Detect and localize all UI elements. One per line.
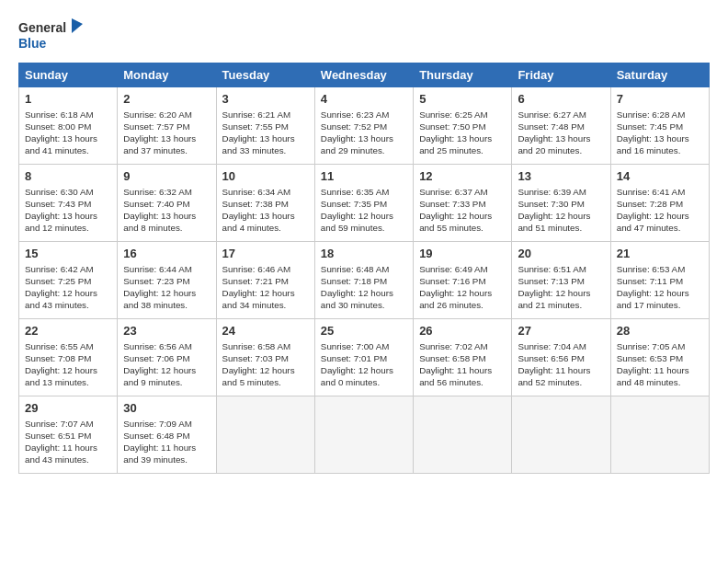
svg-marker-2 <box>72 18 83 33</box>
day-cell: 4Sunrise: 6:23 AM Sunset: 7:52 PM Daylig… <box>314 87 413 165</box>
day-info: Sunrise: 6:20 AM Sunset: 7:57 PM Dayligh… <box>123 109 210 157</box>
day-cell: 8Sunrise: 6:30 AM Sunset: 7:43 PM Daylig… <box>19 165 118 242</box>
day-info: Sunrise: 6:28 AM Sunset: 7:45 PM Dayligh… <box>617 109 703 157</box>
day-cell: 20Sunrise: 6:51 AM Sunset: 7:13 PM Dayli… <box>512 242 610 319</box>
day-cell: 17Sunrise: 6:46 AM Sunset: 7:21 PM Dayli… <box>216 242 314 319</box>
day-number: 3 <box>222 91 309 108</box>
day-info: Sunrise: 7:02 AM Sunset: 6:58 PM Dayligh… <box>419 340 506 389</box>
logo-svg: GeneralBlue <box>18 17 85 53</box>
day-info: Sunrise: 6:34 AM Sunset: 7:38 PM Dayligh… <box>222 186 309 235</box>
col-header-monday: Monday <box>118 63 216 87</box>
day-info: Sunrise: 6:48 AM Sunset: 7:18 PM Dayligh… <box>321 263 407 312</box>
day-info: Sunrise: 6:58 AM Sunset: 7:03 PM Dayligh… <box>222 340 309 389</box>
day-info: Sunrise: 6:49 AM Sunset: 7:16 PM Dayligh… <box>419 263 506 312</box>
day-cell: 19Sunrise: 6:49 AM Sunset: 7:16 PM Dayli… <box>414 242 512 319</box>
day-info: Sunrise: 7:05 AM Sunset: 6:53 PM Dayligh… <box>617 340 703 389</box>
day-info: Sunrise: 6:32 AM Sunset: 7:40 PM Dayligh… <box>123 186 210 235</box>
day-cell: 6Sunrise: 6:27 AM Sunset: 7:48 PM Daylig… <box>512 87 610 165</box>
day-info: Sunrise: 6:42 AM Sunset: 7:25 PM Dayligh… <box>25 263 111 312</box>
col-header-wednesday: Wednesday <box>314 63 413 87</box>
col-header-tuesday: Tuesday <box>216 63 314 87</box>
col-header-friday: Friday <box>512 63 610 87</box>
day-number: 8 <box>25 168 111 185</box>
header-row: SundayMondayTuesdayWednesdayThursdayFrid… <box>19 63 710 87</box>
svg-text:Blue: Blue <box>18 36 47 51</box>
day-cell: 27Sunrise: 7:04 AM Sunset: 6:56 PM Dayli… <box>512 319 610 396</box>
day-number: 6 <box>518 91 604 108</box>
day-number: 23 <box>123 323 210 339</box>
day-number: 18 <box>321 246 407 262</box>
day-info: Sunrise: 7:09 AM Sunset: 6:48 PM Dayligh… <box>123 418 210 466</box>
day-number: 2 <box>123 91 210 108</box>
col-header-thursday: Thursday <box>414 63 512 87</box>
day-info: Sunrise: 6:56 AM Sunset: 7:06 PM Dayligh… <box>123 340 210 389</box>
day-cell: 16Sunrise: 6:44 AM Sunset: 7:23 PM Dayli… <box>118 242 216 319</box>
day-cell: 30Sunrise: 7:09 AM Sunset: 6:48 PM Dayli… <box>118 396 216 474</box>
day-info: Sunrise: 6:21 AM Sunset: 7:55 PM Dayligh… <box>222 109 309 157</box>
day-number: 26 <box>419 323 506 339</box>
day-number: 17 <box>222 246 309 262</box>
day-cell: 3Sunrise: 6:21 AM Sunset: 7:55 PM Daylig… <box>216 87 314 165</box>
day-info: Sunrise: 6:51 AM Sunset: 7:13 PM Dayligh… <box>518 263 604 312</box>
day-number: 7 <box>617 91 703 108</box>
day-info: Sunrise: 6:53 AM Sunset: 7:11 PM Dayligh… <box>617 263 703 312</box>
day-number: 13 <box>518 168 604 185</box>
day-cell <box>610 396 709 474</box>
logo: GeneralBlue <box>18 17 85 53</box>
day-info: Sunrise: 6:37 AM Sunset: 7:33 PM Dayligh… <box>419 186 506 235</box>
calendar-table: SundayMondayTuesdayWednesdayThursdayFrid… <box>18 63 710 474</box>
day-info: Sunrise: 6:30 AM Sunset: 7:43 PM Dayligh… <box>25 186 111 235</box>
day-info: Sunrise: 6:35 AM Sunset: 7:35 PM Dayligh… <box>321 186 407 235</box>
day-cell: 24Sunrise: 6:58 AM Sunset: 7:03 PM Dayli… <box>216 319 314 396</box>
day-cell <box>314 396 413 474</box>
day-cell: 28Sunrise: 7:05 AM Sunset: 6:53 PM Dayli… <box>610 319 709 396</box>
day-info: Sunrise: 7:04 AM Sunset: 6:56 PM Dayligh… <box>518 340 604 389</box>
day-number: 30 <box>123 400 210 417</box>
day-cell: 23Sunrise: 6:56 AM Sunset: 7:06 PM Dayli… <box>118 319 216 396</box>
day-cell: 29Sunrise: 7:07 AM Sunset: 6:51 PM Dayli… <box>19 396 118 474</box>
day-number: 24 <box>222 323 309 339</box>
day-number: 21 <box>617 246 703 262</box>
day-number: 12 <box>419 168 506 185</box>
day-info: Sunrise: 6:23 AM Sunset: 7:52 PM Dayligh… <box>321 109 407 157</box>
week-row-1: 1Sunrise: 6:18 AM Sunset: 8:00 PM Daylig… <box>19 87 710 165</box>
page: GeneralBlue SundayMondayTuesdayWednesday… <box>0 0 728 563</box>
day-info: Sunrise: 6:25 AM Sunset: 7:50 PM Dayligh… <box>419 109 506 157</box>
day-number: 14 <box>617 168 703 185</box>
day-number: 10 <box>222 168 309 185</box>
day-cell: 7Sunrise: 6:28 AM Sunset: 7:45 PM Daylig… <box>610 87 709 165</box>
day-number: 1 <box>25 91 111 108</box>
day-number: 29 <box>25 400 111 417</box>
week-row-3: 15Sunrise: 6:42 AM Sunset: 7:25 PM Dayli… <box>19 242 710 319</box>
week-row-5: 29Sunrise: 7:07 AM Sunset: 6:51 PM Dayli… <box>19 396 710 474</box>
week-row-4: 22Sunrise: 6:55 AM Sunset: 7:08 PM Dayli… <box>19 319 710 396</box>
day-number: 5 <box>419 91 506 108</box>
day-info: Sunrise: 6:55 AM Sunset: 7:08 PM Dayligh… <box>25 340 111 389</box>
day-number: 28 <box>617 323 703 339</box>
day-cell: 21Sunrise: 6:53 AM Sunset: 7:11 PM Dayli… <box>610 242 709 319</box>
day-info: Sunrise: 7:07 AM Sunset: 6:51 PM Dayligh… <box>25 418 111 466</box>
day-number: 15 <box>25 246 111 262</box>
day-cell: 2Sunrise: 6:20 AM Sunset: 7:57 PM Daylig… <box>118 87 216 165</box>
day-cell: 5Sunrise: 6:25 AM Sunset: 7:50 PM Daylig… <box>414 87 512 165</box>
day-cell: 26Sunrise: 7:02 AM Sunset: 6:58 PM Dayli… <box>414 319 512 396</box>
day-cell: 13Sunrise: 6:39 AM Sunset: 7:30 PM Dayli… <box>512 165 610 242</box>
day-info: Sunrise: 6:41 AM Sunset: 7:28 PM Dayligh… <box>617 186 703 235</box>
day-cell: 22Sunrise: 6:55 AM Sunset: 7:08 PM Dayli… <box>19 319 118 396</box>
day-cell: 1Sunrise: 6:18 AM Sunset: 8:00 PM Daylig… <box>19 87 118 165</box>
svg-text:General: General <box>18 20 66 35</box>
day-info: Sunrise: 6:18 AM Sunset: 8:00 PM Dayligh… <box>25 109 111 157</box>
col-header-sunday: Sunday <box>19 63 118 87</box>
day-info: Sunrise: 6:39 AM Sunset: 7:30 PM Dayligh… <box>518 186 604 235</box>
day-number: 27 <box>518 323 604 339</box>
day-cell <box>512 396 610 474</box>
day-cell: 25Sunrise: 7:00 AM Sunset: 7:01 PM Dayli… <box>314 319 413 396</box>
day-number: 11 <box>321 168 407 185</box>
day-cell: 9Sunrise: 6:32 AM Sunset: 7:40 PM Daylig… <box>118 165 216 242</box>
day-number: 22 <box>25 323 111 339</box>
day-cell <box>216 396 314 474</box>
day-info: Sunrise: 7:00 AM Sunset: 7:01 PM Dayligh… <box>321 340 407 389</box>
week-row-2: 8Sunrise: 6:30 AM Sunset: 7:43 PM Daylig… <box>19 165 710 242</box>
header: GeneralBlue <box>18 17 710 53</box>
day-number: 4 <box>321 91 407 108</box>
